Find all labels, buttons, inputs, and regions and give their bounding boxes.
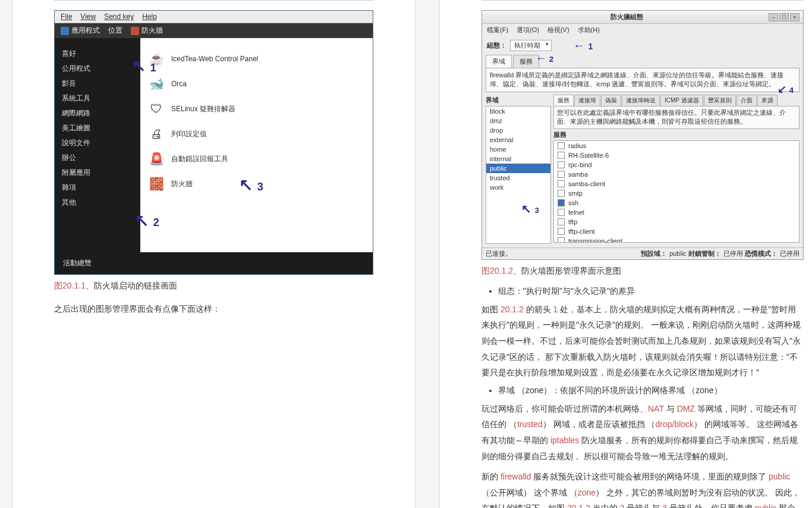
svctab-service[interactable]: 服務 bbox=[553, 95, 574, 106]
service-row[interactable]: rpc-bind bbox=[554, 160, 799, 170]
menu-help[interactable]: Help bbox=[142, 12, 157, 21]
close-icon[interactable]: × bbox=[790, 13, 800, 21]
zone-item-selected[interactable]: public bbox=[486, 164, 550, 173]
checkbox-icon[interactable] bbox=[558, 142, 565, 149]
menu-file[interactable]: 檔案(F) bbox=[487, 26, 508, 35]
service-row[interactable]: ssh bbox=[554, 198, 799, 208]
svctab-port[interactable]: 連接埠 bbox=[574, 95, 600, 106]
service-row[interactable]: transmission-client bbox=[554, 236, 799, 243]
cat-item[interactable]: 喜好 bbox=[62, 46, 133, 61]
cat-item[interactable]: 辦公 bbox=[62, 150, 133, 165]
config-label: 組態： bbox=[487, 41, 506, 50]
checkbox-icon[interactable] bbox=[558, 161, 565, 168]
apps-icon bbox=[61, 27, 69, 35]
menu-options[interactable]: 選項(O) bbox=[517, 26, 539, 35]
service-row[interactable]: smtp bbox=[554, 189, 799, 198]
app-icedtea[interactable]: ☕IcedTea-Web Control Panel bbox=[146, 46, 367, 71]
zone-item[interactable]: dmz bbox=[486, 116, 550, 126]
svctab-icmp[interactable]: ICMP 過濾器 bbox=[660, 95, 703, 106]
orca-icon: 🐋 bbox=[149, 76, 164, 92]
service-name: smtp bbox=[568, 190, 583, 197]
maximize-icon[interactable]: □ bbox=[779, 13, 789, 21]
zone-item[interactable]: work bbox=[486, 183, 550, 192]
cat-item[interactable]: 附屬應用 bbox=[62, 165, 133, 180]
service-row[interactable]: RH-Satellite-6 bbox=[554, 150, 799, 160]
bullet: 组态："执行时期"与"永久记录"的差异 bbox=[498, 286, 804, 297]
menu-view[interactable]: View bbox=[80, 12, 96, 21]
checkbox-icon[interactable] bbox=[558, 180, 565, 187]
app-orca[interactable]: 🐋Orca bbox=[146, 71, 367, 96]
svctab-rich[interactable]: 豐富規則 bbox=[704, 95, 736, 106]
app-print[interactable]: 🖨列印設定值 bbox=[146, 121, 367, 146]
checkbox-icon[interactable] bbox=[558, 228, 565, 235]
cat-item[interactable]: 系統工具 bbox=[62, 91, 133, 106]
svctab-fwd[interactable]: 連接埠轉送 bbox=[622, 95, 660, 106]
firewall-icon bbox=[131, 27, 139, 35]
menu-help[interactable]: 求助(H) bbox=[578, 26, 600, 35]
cat-item[interactable]: 說明文件 bbox=[62, 136, 133, 150]
zone-item[interactable]: block bbox=[486, 106, 550, 116]
zone-item[interactable]: drop bbox=[486, 126, 550, 135]
cat-item[interactable]: 雜項 bbox=[62, 180, 133, 195]
service-row[interactable]: radius bbox=[554, 141, 799, 150]
menu-sendkey[interactable]: Send key bbox=[104, 12, 134, 21]
service-name: samba-client bbox=[568, 180, 605, 187]
service-name: transmission-client bbox=[568, 237, 622, 243]
service-name: samba bbox=[568, 171, 588, 178]
svctab-src[interactable]: 來源 bbox=[757, 95, 778, 106]
checkbox-icon[interactable] bbox=[558, 171, 565, 178]
svctab-masq[interactable]: 偽裝 bbox=[601, 95, 621, 106]
figure-caption-2: 图20.1.2、防火墙图形管理界面示意图 bbox=[481, 266, 804, 277]
checkbox-icon[interactable] bbox=[558, 209, 565, 216]
cat-item[interactable]: 網際網路 bbox=[62, 106, 133, 121]
cat-item[interactable]: 美工繪圖 bbox=[62, 121, 133, 136]
checkbox-icon[interactable] bbox=[558, 190, 565, 197]
cat-item[interactable]: 影音 bbox=[62, 76, 133, 91]
config-select[interactable]: 執行時期 bbox=[510, 40, 552, 51]
service-name: tftp bbox=[568, 218, 577, 225]
service-description: 您可以在此處定義該界域中有哪些服務值得信任。只要此界域所綁定之連線、介面、來源的… bbox=[553, 106, 800, 129]
checkbox-icon[interactable] bbox=[558, 199, 565, 206]
firewall-indicator[interactable]: 防火牆 bbox=[131, 26, 163, 36]
menu-view[interactable]: 檢視(V) bbox=[547, 26, 569, 35]
status-bar: 已連接。 預設域：public 封鎖管制：已停用 恐慌模式：已停用 bbox=[482, 247, 803, 259]
tab-zone[interactable]: 界域 bbox=[486, 55, 512, 68]
cat-item[interactable]: 其他 bbox=[62, 195, 133, 210]
app-list: ☕IcedTea-Web Control Panel 🐋Orca 🛡SELinu… bbox=[140, 38, 373, 252]
minimize-icon[interactable]: – bbox=[769, 13, 778, 21]
tab-service[interactable]: 服務 bbox=[513, 55, 539, 68]
selinux-icon: 🛡 bbox=[149, 101, 164, 117]
paragraph: 之后出现的图形管理界面会有点像下面这样： bbox=[54, 301, 373, 317]
checkbox-icon[interactable] bbox=[558, 152, 565, 159]
svctab-if[interactable]: 介面 bbox=[737, 95, 757, 106]
zone-item[interactable]: trusted bbox=[486, 173, 550, 183]
left-column: File View Send key Help 應用程式 位置 防火牆 bbox=[12, 0, 416, 508]
checkbox-icon[interactable] bbox=[558, 218, 565, 225]
app-menubar: 檔案(F) 選項(O) 檢視(V) 求助(H) bbox=[482, 24, 803, 36]
service-row[interactable]: tftp bbox=[554, 217, 799, 227]
applications-button[interactable]: 應用程式 bbox=[61, 26, 100, 36]
brick-icon: 🧱 bbox=[149, 176, 164, 192]
activities-overview[interactable]: 活動總覽 bbox=[55, 252, 373, 274]
zone-item[interactable]: internal bbox=[486, 154, 550, 164]
service-row[interactable]: samba-client bbox=[554, 179, 799, 189]
java-icon: ☕ bbox=[149, 51, 164, 67]
paragraph: 新的 firewalld 服务就预先设计这些可能会被用到的网络环境，里面的规则除… bbox=[481, 469, 804, 508]
paragraph: 如图 20.1.2 的箭头 1 处，基本上，防火墙的规则拟定大概有两种情况，一种… bbox=[481, 302, 804, 381]
service-row[interactable]: tftp-client bbox=[554, 227, 799, 236]
menu-file[interactable]: File bbox=[61, 12, 72, 21]
zone-item[interactable]: external bbox=[486, 135, 550, 145]
places-button[interactable]: 位置 bbox=[108, 26, 122, 36]
checkbox-icon[interactable] bbox=[558, 237, 565, 243]
service-list: radiusRH-Satellite-6rpc-bindsambasamba-c… bbox=[553, 140, 800, 243]
zone-item[interactable]: home bbox=[486, 145, 550, 154]
app-firewall[interactable]: 🧱防火牆 bbox=[146, 171, 367, 196]
service-row[interactable]: telnet bbox=[554, 208, 799, 217]
service-row[interactable]: samba bbox=[554, 170, 799, 179]
zone-description: firewalld 界域所定義的是綁定該界域之網路連線、介面、來源位址的信任等級… bbox=[486, 68, 800, 92]
app-abrt[interactable]: 🚨自動錯誤回報工具 bbox=[146, 146, 367, 171]
annotation-1: ← 1 bbox=[573, 39, 593, 52]
app-selinux[interactable]: 🛡SELinux 疑難排解器 bbox=[146, 96, 367, 121]
window-controls[interactable]: –□× bbox=[767, 13, 800, 21]
cat-item[interactable]: 公用程式 bbox=[62, 61, 133, 76]
